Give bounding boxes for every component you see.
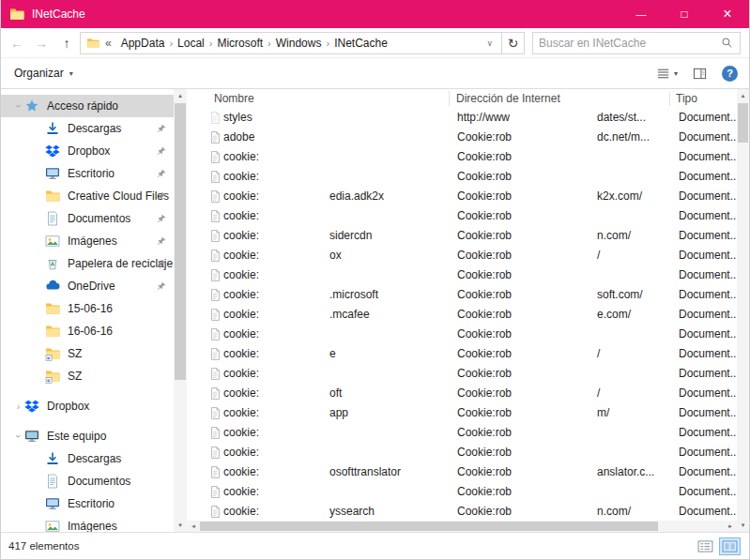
refresh-button[interactable]: ↻ bbox=[502, 32, 525, 54]
address-bar[interactable]: « AppData›Local›Microsoft›Windows›INetCa… bbox=[80, 32, 502, 54]
help-button[interactable]: ? bbox=[722, 66, 738, 82]
sidebar-item-15-06-16[interactable]: 15-06-16 bbox=[1, 297, 174, 320]
back-button[interactable]: ← bbox=[5, 31, 29, 55]
file-row[interactable]: cookie:osofttranslatorCookie:robanslator… bbox=[187, 462, 737, 482]
up-button[interactable]: ↑ bbox=[54, 31, 80, 55]
scroll-up-icon[interactable]: ▴ bbox=[174, 89, 187, 102]
file-cell-name2: yssearch bbox=[329, 505, 375, 518]
file-row[interactable]: cookie:Cookie:robDocument... bbox=[187, 265, 737, 285]
file-row[interactable]: cookie:Cookie:robDocument... bbox=[187, 325, 737, 344]
file-list-header: Nombre Dirección de Internet Tipo bbox=[187, 89, 737, 108]
file-row[interactable]: styleshttp://wwwdates/st...Document... bbox=[187, 108, 737, 128]
file-page-icon bbox=[208, 229, 222, 243]
file-cell-tipo: Document... bbox=[679, 268, 737, 281]
file-row[interactable]: cookie:Cookie:robDocument... bbox=[187, 482, 737, 502]
file-cell-name: cookie: bbox=[223, 229, 259, 242]
chevron-down-icon[interactable]: › bbox=[13, 100, 24, 113]
sidebar-scrollbar[interactable]: ▴ ▾ bbox=[174, 89, 187, 532]
horizontal-scrollbar-thumb[interactable] bbox=[200, 522, 658, 531]
scroll-left-icon[interactable]: ◂ bbox=[187, 521, 200, 532]
sidebar-item-imágenes[interactable]: Imágenes bbox=[1, 515, 174, 532]
sidebar-item-descargas[interactable]: Descargas bbox=[1, 447, 174, 470]
column-header-nombre[interactable]: Nombre bbox=[214, 92, 254, 105]
breadcrumb-item-local[interactable]: Local bbox=[173, 37, 209, 50]
file-row[interactable]: adobeCookie:robdc.net/m...Document... bbox=[187, 128, 737, 147]
sidebar-item-16-06-16[interactable]: 16-06-16 bbox=[1, 320, 174, 342]
monitor-icon bbox=[45, 166, 60, 181]
file-row[interactable]: cookie:eCookie:rob/Document... bbox=[187, 344, 737, 364]
scroll-up-icon[interactable]: ▴ bbox=[737, 89, 749, 102]
sidebar-item-acceso-rápido[interactable]: ›Acceso rápido bbox=[1, 95, 174, 117]
file-page-icon bbox=[208, 347, 222, 361]
preview-pane-button[interactable] bbox=[693, 67, 707, 81]
scroll-right-icon[interactable]: ▸ bbox=[724, 521, 737, 532]
search-input[interactable] bbox=[533, 37, 713, 50]
file-row[interactable]: cookie:Cookie:robDocument... bbox=[187, 423, 737, 443]
maximize-button[interactable]: □ bbox=[663, 0, 706, 28]
sidebar-item-escritorio[interactable]: Escritorio bbox=[1, 162, 174, 185]
scroll-down-icon[interactable]: ▾ bbox=[174, 519, 187, 532]
file-page-icon bbox=[208, 386, 222, 401]
sidebar-item-descargas[interactable]: Descargas bbox=[1, 117, 174, 140]
file-row[interactable]: cookie:Cookie:robDocument... bbox=[187, 147, 737, 167]
breadcrumb-item-microsoft[interactable]: Microsoft bbox=[212, 37, 268, 50]
sidebar-item-documentos[interactable]: Documentos bbox=[1, 470, 174, 492]
sidebar-item-escritorio[interactable]: Escritorio bbox=[1, 492, 174, 515]
sidebar-item-dropbox[interactable]: Dropbox bbox=[1, 140, 174, 162]
search-icon[interactable] bbox=[713, 37, 740, 49]
breadcrumb-overflow-icon[interactable]: « bbox=[104, 37, 115, 50]
sidebar-scrollbar-thumb[interactable] bbox=[175, 103, 186, 380]
chevron-down-icon[interactable]: › bbox=[13, 431, 24, 443]
sidebar-item-este-equipo[interactable]: ›Este equipo bbox=[1, 425, 174, 447]
breadcrumb-item-inetcache[interactable]: INetCache bbox=[329, 37, 392, 50]
minimize-button[interactable]: — bbox=[620, 0, 663, 28]
breadcrumb-item-appdata[interactable]: AppData bbox=[116, 37, 170, 50]
sidebar-item-creative-cloud-files[interactable]: Creative Cloud Files bbox=[1, 185, 174, 207]
horizontal-scrollbar[interactable]: ◂ ▸ bbox=[187, 521, 737, 532]
explorer-window: INetCache — □ × ← → ↑ « AppData›Local›Mi… bbox=[0, 0, 750, 560]
details-view-button[interactable] bbox=[695, 537, 716, 555]
breadcrumb-item-windows[interactable]: Windows bbox=[271, 37, 327, 50]
column-header-tipo[interactable]: Tipo bbox=[676, 92, 697, 105]
address-dropdown-icon[interactable]: ∨ bbox=[480, 38, 499, 48]
sidebar-item-imágenes[interactable]: Imágenes bbox=[1, 230, 174, 252]
file-row[interactable]: cookie:.microsoftCookie:robsoft.com/Docu… bbox=[187, 285, 737, 305]
forward-button[interactable]: → bbox=[29, 31, 54, 55]
file-cell-name: cookie: bbox=[223, 327, 259, 341]
window-folder-icon bbox=[9, 7, 24, 22]
sidebar-item-sz[interactable]: SZ bbox=[1, 342, 174, 365]
file-row[interactable]: cookie:sidercdnCookie:robn.com/Document.… bbox=[187, 226, 737, 246]
thumbnails-view-button[interactable] bbox=[719, 537, 741, 555]
file-row[interactable]: cookie:Cookie:robDocument... bbox=[187, 443, 737, 462]
file-row[interactable]: cookie:yssearchCookie:robn.com/Document.… bbox=[187, 502, 737, 521]
organize-button[interactable]: Organizar ▾ bbox=[14, 67, 73, 80]
file-page-icon bbox=[208, 308, 222, 322]
file-row[interactable]: cookie:oxCookie:rob/Document... bbox=[187, 246, 737, 265]
sidebar-item-papelera-de-reciclaje[interactable]: Papelera de reciclaje bbox=[1, 252, 174, 275]
file-row[interactable]: cookie:Cookie:robDocument... bbox=[187, 364, 737, 384]
sidebar-item-onedrive[interactable]: OneDrive bbox=[1, 275, 174, 297]
sidebar-item-dropbox[interactable]: ›Dropbox bbox=[1, 395, 174, 417]
file-row[interactable]: cookie:edia.adk2xCookie:robk2x.com/Docum… bbox=[187, 187, 737, 206]
sidebar-item-documentos[interactable]: Documentos bbox=[1, 207, 174, 230]
sidebar-item-sz[interactable]: SZ bbox=[1, 365, 174, 387]
sidebar-item-label: Acceso rápido bbox=[47, 99, 174, 113]
column-divider[interactable] bbox=[669, 91, 670, 106]
sidebar-item-label: 15-06-16 bbox=[68, 302, 174, 315]
window-controls: — □ × bbox=[620, 0, 749, 28]
vertical-scrollbar-thumb[interactable] bbox=[738, 103, 748, 143]
close-button[interactable]: × bbox=[706, 0, 749, 28]
vertical-scrollbar[interactable]: ▴ ▾ bbox=[737, 89, 749, 532]
file-cell-name: styles bbox=[223, 111, 253, 124]
scroll-down-icon[interactable]: ▾ bbox=[737, 519, 749, 532]
change-view-button[interactable]: ▾ bbox=[656, 67, 678, 81]
sidebar-item-label: Escritorio bbox=[68, 497, 174, 510]
column-header-direccion[interactable]: Dirección de Internet bbox=[456, 92, 560, 105]
file-row[interactable]: cookie:oftCookie:rob/Document... bbox=[187, 384, 737, 403]
chevron-right-icon[interactable]: › bbox=[12, 401, 24, 412]
file-row[interactable]: cookie:.mcafeeCookie:robe.com/Document..… bbox=[187, 305, 737, 325]
file-row[interactable]: cookie:Cookie:robDocument... bbox=[187, 206, 737, 226]
column-divider[interactable] bbox=[449, 91, 450, 106]
file-row[interactable]: cookie:appCookie:robm/Document... bbox=[187, 403, 737, 423]
file-row[interactable]: cookie:Cookie:robDocument... bbox=[187, 167, 737, 187]
